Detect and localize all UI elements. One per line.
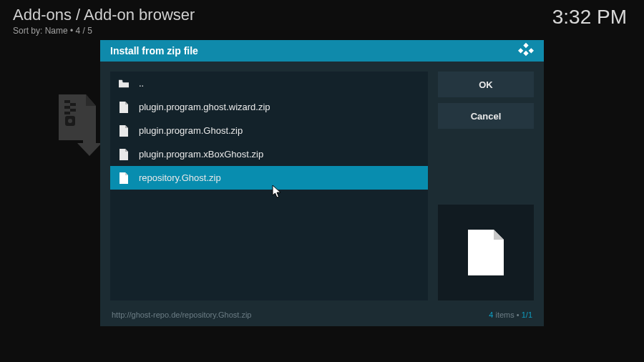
file-icon xyxy=(119,172,129,185)
svg-rect-3 xyxy=(70,109,76,112)
zip-download-icon xyxy=(54,93,104,157)
svg-rect-2 xyxy=(64,106,70,109)
file-item[interactable]: plugin.program.xBoxGhost.zip xyxy=(110,142,428,166)
folder-icon xyxy=(119,77,129,90)
svg-rect-0 xyxy=(64,100,70,103)
dialog-actions: OK Cancel xyxy=(438,72,534,300)
sort-info: Sort by: Name • 4 / 5 xyxy=(13,26,92,36)
svg-point-6 xyxy=(68,119,72,123)
dialog-title: Install from zip file xyxy=(110,45,198,57)
file-label: repository.Ghost.zip xyxy=(139,172,221,183)
kodi-logo-icon xyxy=(518,41,534,60)
dialog-footer: http://ghost-repo.de/repository.Ghost.zi… xyxy=(100,310,544,326)
file-icon xyxy=(119,148,129,161)
file-list: .. plugin.program.ghost.wizard.zip plugi… xyxy=(110,72,428,300)
file-label: plugin.program.ghost.wizard.zip xyxy=(139,102,270,112)
file-icon xyxy=(119,101,129,114)
clock: 3:32 PM xyxy=(552,6,627,29)
svg-rect-4 xyxy=(64,112,70,114)
file-label: plugin.program.xBoxGhost.zip xyxy=(139,149,263,160)
file-label: .. xyxy=(139,78,144,89)
footer-count: 4 items • 1/1 xyxy=(489,310,532,319)
parent-directory-item[interactable]: .. xyxy=(110,72,428,95)
file-label: plugin.program.Ghost.zip xyxy=(139,125,243,136)
file-preview xyxy=(438,205,534,300)
dialog-body: .. plugin.program.ghost.wizard.zip plugi… xyxy=(100,62,544,310)
file-icon xyxy=(119,124,129,137)
breadcrumb: Add-ons / Add-on browser xyxy=(13,6,195,24)
file-item[interactable]: plugin.program.ghost.wizard.zip xyxy=(110,95,428,119)
cancel-button[interactable]: Cancel xyxy=(438,103,534,129)
footer-path: http://ghost-repo.de/repository.Ghost.zi… xyxy=(112,310,251,319)
file-item[interactable]: plugin.program.Ghost.zip xyxy=(110,119,428,142)
ok-button[interactable]: OK xyxy=(438,72,534,97)
svg-rect-1 xyxy=(70,103,76,106)
file-item-selected[interactable]: repository.Ghost.zip xyxy=(110,166,428,190)
dialog-header: Install from zip file xyxy=(100,40,544,62)
install-zip-dialog: Install from zip file .. plugin.program.… xyxy=(100,40,544,326)
